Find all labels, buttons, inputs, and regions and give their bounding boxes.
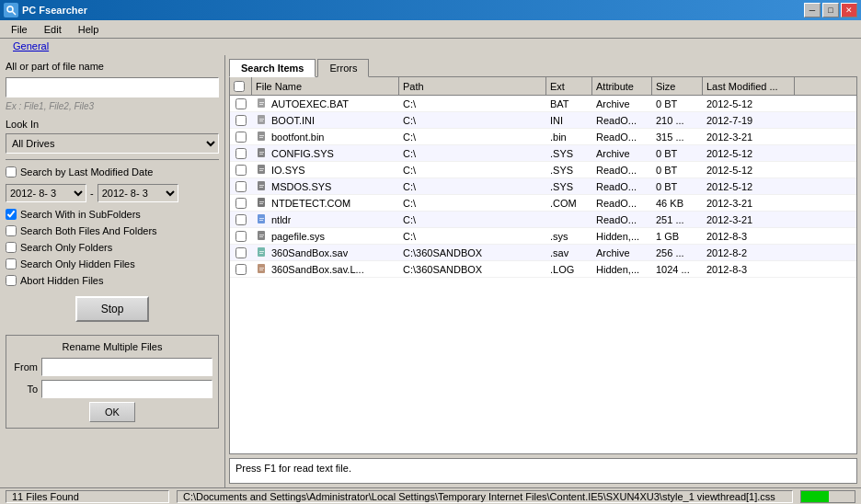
row-checkbox[interactable]: [235, 148, 247, 159]
file-list-container: File Name Path Ext Attribute Size Last M…: [229, 76, 857, 454]
minimize-button[interactable]: ─: [804, 3, 821, 17]
subfolder-checkbox[interactable]: [6, 209, 17, 220]
svg-rect-24: [259, 185, 264, 186]
svg-rect-17: [259, 154, 263, 155]
to-input[interactable]: [41, 380, 212, 398]
row-checkbox[interactable]: [235, 132, 247, 143]
svg-line-1: [13, 12, 17, 16]
ok-button[interactable]: OK: [89, 402, 135, 422]
row-checkbox[interactable]: [235, 247, 247, 258]
lookin-label: Look In: [6, 119, 219, 130]
app-icon: [4, 3, 18, 17]
from-input[interactable]: [41, 358, 212, 376]
menu-edit[interactable]: Edit: [37, 22, 69, 37]
info-bar-text: Press F1 for read text file.: [235, 463, 351, 474]
cell-filename: AUTOEXEC.BAT: [252, 97, 399, 111]
table-row[interactable]: 360SandBox.sav.L... C:\360SANDBOX .LOG H…: [230, 261, 856, 278]
cell-modified: 2012-8-3: [703, 263, 795, 276]
cell-modified: 2012-5-12: [703, 180, 795, 193]
header-ext[interactable]: Ext: [546, 77, 592, 95]
both-files-checkbox[interactable]: [6, 225, 17, 236]
window-title: PC Fsearcher: [22, 5, 87, 16]
cell-ext: .SYS: [546, 180, 592, 193]
table-row[interactable]: bootfont.bin C:\ .bin ReadO... 315 ... 2…: [230, 129, 856, 145]
cell-attr: ReadO...: [592, 114, 652, 127]
table-row[interactable]: AUTOEXEC.BAT C:\ BAT Archive 0 BT 2012-5…: [230, 96, 856, 112]
filename-input[interactable]: [6, 77, 219, 97]
cell-attr: ReadO...: [592, 131, 652, 143]
row-checkbox[interactable]: [235, 264, 247, 275]
cell-filename: NTDETECT.COM: [252, 196, 399, 211]
svg-rect-21: [259, 170, 263, 171]
header-checkbox[interactable]: [230, 77, 252, 95]
table-row[interactable]: MSDOS.SYS C:\ .SYS ReadO... 0 BT 2012-5-…: [230, 178, 856, 195]
both-files-row: Search Both Files And Folders: [6, 225, 219, 236]
date-from-select[interactable]: 2012- 8- 3: [6, 184, 86, 202]
cell-path: C:\: [399, 97, 546, 110]
row-checkbox[interactable]: [235, 198, 247, 209]
hidden-files-row: Search Only Hidden Files: [6, 258, 219, 269]
svg-marker-11: [265, 132, 267, 133]
filename-label: All or part of file name: [6, 61, 219, 72]
svg-rect-33: [259, 220, 263, 221]
cell-path: C:\360SANDBOX: [399, 246, 546, 259]
header-path[interactable]: Path: [399, 77, 546, 95]
rename-title: Rename Multiple Files: [12, 341, 212, 352]
menu-file[interactable]: File: [4, 22, 35, 37]
cell-filename: bootfont.bin: [252, 130, 399, 144]
cell-filename: CONFIG.SYS: [252, 146, 399, 161]
cell-path: C:\360SANDBOX: [399, 263, 546, 276]
svg-rect-29: [259, 203, 263, 204]
row-checkbox[interactable]: [235, 214, 247, 225]
cell-filename: MSDOS.SYS: [252, 179, 399, 194]
cell-attr: ReadO...: [592, 213, 652, 226]
cell-attr: ReadO...: [592, 180, 652, 193]
hidden-files-label: Search Only Hidden Files: [20, 258, 135, 269]
row-checkbox[interactable]: [235, 98, 247, 109]
stop-button[interactable]: Stop: [75, 296, 149, 322]
date-checkbox[interactable]: [6, 166, 17, 178]
status-files-found: 11 Files Found: [6, 490, 169, 503]
abort-hidden-checkbox[interactable]: [6, 275, 17, 286]
select-all-checkbox[interactable]: [234, 81, 245, 92]
header-filename[interactable]: File Name: [252, 77, 399, 95]
table-row[interactable]: NTDETECT.COM C:\ .COM ReadO... 46 KB 201…: [230, 195, 856, 212]
table-row[interactable]: pagefile.sys C:\ .sys Hidden,... 1 GB 20…: [230, 228, 856, 245]
general-link[interactable]: General: [6, 39, 56, 53]
close-button[interactable]: ✕: [841, 3, 857, 17]
both-files-label: Search Both Files And Folders: [20, 225, 157, 236]
progress-bar-container: [800, 490, 855, 503]
svg-marker-27: [265, 198, 267, 200]
table-row[interactable]: IO.SYS C:\ .SYS ReadO... 0 BT 2012-5-12: [230, 162, 856, 178]
menu-bar: File Edit Help: [0, 20, 861, 39]
cell-path: C:\: [399, 213, 546, 226]
table-row[interactable]: 360SandBox.sav C:\360SANDBOX .sav Archiv…: [230, 245, 856, 261]
row-checkbox[interactable]: [235, 231, 247, 242]
only-folders-checkbox[interactable]: [6, 242, 17, 253]
table-row[interactable]: BOOT.INI C:\ INI ReadO... 210 ... 2012-7…: [230, 112, 856, 129]
from-label: From: [12, 361, 38, 372]
table-row[interactable]: ntldr C:\ ReadO... 251 ... 2012-3-21: [230, 212, 856, 228]
to-row: To: [12, 380, 212, 398]
row-checkbox[interactable]: [235, 181, 247, 192]
lookin-select[interactable]: All Drives C:\ D:\: [6, 133, 219, 154]
header-size[interactable]: Size: [652, 77, 703, 95]
svg-rect-32: [259, 218, 264, 219]
tab-errors[interactable]: Errors: [317, 59, 369, 77]
date-to-select[interactable]: 2012- 8- 3: [98, 184, 178, 202]
maximize-button[interactable]: □: [822, 3, 839, 17]
tab-search-items[interactable]: Search Items: [229, 59, 316, 77]
menu-help[interactable]: Help: [71, 22, 107, 37]
row-checkbox[interactable]: [235, 115, 247, 126]
subfolder-label: Search With in SubFolders: [20, 209, 141, 220]
hidden-files-checkbox[interactable]: [6, 258, 17, 269]
date-separator: -: [90, 188, 94, 199]
table-row[interactable]: CONFIG.SYS C:\ .SYS Archive 0 BT 2012-5-…: [230, 145, 856, 162]
header-attr[interactable]: Attribute: [592, 77, 652, 95]
header-modified[interactable]: Last Modified ...: [703, 77, 795, 95]
svg-marker-15: [265, 148, 267, 150]
cell-size: 0 BT: [652, 180, 703, 193]
svg-marker-3: [265, 98, 267, 100]
row-checkbox[interactable]: [235, 165, 247, 176]
cell-modified: 2012-5-12: [703, 97, 795, 110]
